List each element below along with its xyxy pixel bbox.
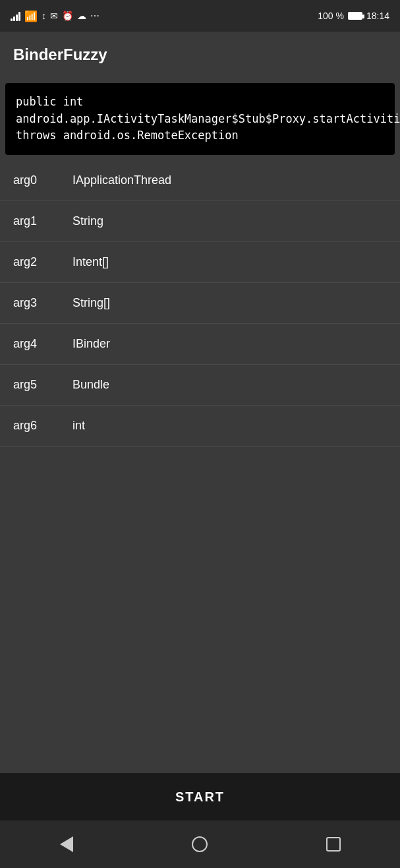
home-button[interactable] [186,831,213,857]
cloud-icon: ☁ [77,11,86,21]
arg-type-6: int [72,419,85,433]
status-bar-left: 📶 ↕ ✉ ⏰ ☁ ⋯ [11,10,100,22]
arg-type-3: String[] [72,296,110,310]
arg-label-6: arg6 [13,419,53,433]
clock: 18:14 [366,11,389,21]
arg-type-2: Intent[] [72,255,109,269]
back-icon [60,836,73,852]
arg-row-3: arg3 String[] [0,283,400,324]
arg-row-1: arg1 String [0,201,400,242]
arg-label-1: arg1 [13,214,53,228]
arg-row-4: arg4 IBinder [0,324,400,365]
sms-icon: ✉ [50,11,58,21]
arg-type-4: IBinder [72,337,110,351]
args-list: arg0 IApplicationThread arg1 String arg2… [0,160,400,467]
code-text: public int android.app.IActivityTaskMana… [16,95,400,142]
app-header: BinderFuzzy [0,32,400,78]
recents-icon [326,837,341,852]
signal-icon [11,11,20,21]
arg-type-5: Bundle [72,378,109,392]
status-bar: 📶 ↕ ✉ ⏰ ☁ ⋯ 100 % 18:14 [0,0,400,32]
more-icon: ⋯ [90,11,100,21]
code-block: public int android.app.IActivityTaskMana… [5,83,395,155]
arg-label-2: arg2 [13,255,53,269]
wifi-icon: 📶 [24,10,38,22]
arg-label-0: arg0 [13,173,53,187]
battery-icon [348,12,362,20]
start-bar[interactable]: START [0,773,400,821]
usb-icon: ↕ [42,11,46,21]
arg-type-0: IApplicationThread [72,173,171,187]
status-bar-right: 100 % 18:14 [318,11,389,21]
alarm-icon: ⏰ [62,11,73,21]
home-icon [192,836,208,852]
arg-row-2: arg2 Intent[] [0,242,400,283]
arg-type-1: String [72,214,103,228]
arg-label-5: arg5 [13,378,53,392]
arg-row-0: arg0 IApplicationThread [0,160,400,201]
arg-row-6: arg6 int [0,406,400,447]
back-button[interactable] [53,831,80,857]
battery-percent: 100 % [318,11,344,21]
nav-bar [0,821,400,868]
content-spacer [0,466,400,773]
start-button[interactable]: START [175,790,225,805]
app-title: BinderFuzzy [13,46,107,64]
arg-row-5: arg5 Bundle [0,365,400,406]
arg-label-3: arg3 [13,296,53,310]
recents-button[interactable] [320,831,347,857]
arg-label-4: arg4 [13,337,53,351]
